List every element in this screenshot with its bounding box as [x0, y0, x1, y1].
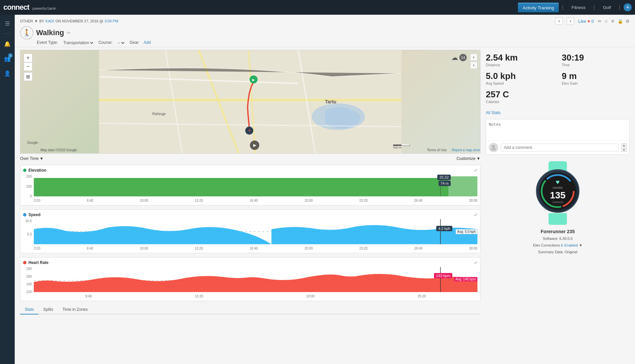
main-wrapper: ☰ 🔔 👥 3 👤 OTHER ▼ BY KADI ON NOVEMBER 27… — [0, 15, 635, 364]
event-type-select[interactable]: Transportation — [62, 40, 94, 46]
elevation-expand-icon[interactable]: ⤢ — [474, 168, 477, 173]
logo-area: connect powered by Garmin — [3, 3, 56, 12]
gear-icon[interactable]: ⚙ — [626, 19, 630, 24]
speed-expand-icon[interactable]: ⤢ — [474, 212, 477, 217]
customize-button[interactable]: Customize ▼ — [456, 156, 480, 161]
tab-stats[interactable]: Stats — [20, 305, 38, 314]
comment-arrow-up[interactable]: ▲ — [621, 143, 627, 147]
over-time-chevron: ▼ — [39, 156, 43, 161]
heartrate-title: Heart Rate — [28, 260, 49, 265]
tab-time-in-zones[interactable]: Time in Zones — [58, 305, 93, 314]
sidebar-users-icon[interactable]: 👥 3 — [1, 53, 13, 65]
elevation-chart-section: Elevation ⤢ 200 100 0 — [20, 165, 480, 205]
google-logo: Google — [27, 141, 38, 145]
share-icon[interactable]: ⚟ — [611, 19, 615, 24]
device-section: ♥ Aerobic 135 GARMIN Forerunner 235 Soft… — [486, 159, 630, 258]
title-edit-icon[interactable]: ✏ — [67, 30, 71, 35]
sidebar-notifications-icon[interactable]: 🔔 — [1, 38, 13, 50]
breadcrumb-arrow: ▼ — [34, 19, 38, 23]
stat-distance-value: 2.54 km — [486, 53, 554, 63]
sidebar-profile-icon[interactable]: 👤 — [1, 67, 13, 79]
device-info: Software: 6.30.0.0 Elev Corrections ℹ: E… — [533, 236, 582, 255]
elevation-title-row: Elevation — [23, 168, 46, 173]
comment-input[interactable] — [501, 144, 619, 152]
svg-text:📍: 📍 — [248, 129, 252, 133]
gear-add-link[interactable]: Add — [144, 40, 151, 46]
tab-activity-tracking[interactable]: Activity Tracking — [518, 3, 559, 12]
heart-icon: ♥ — [587, 19, 590, 24]
breadcrumb-right: ‹ › Like ♥ 0 ✏ ☆ ⚟ 🔒 ⚙ — [555, 17, 630, 25]
stat-avg-speed: 5.0 kph Avg Speed — [486, 71, 554, 85]
watch-aerobic-label: Aerobic — [553, 186, 563, 189]
like-button[interactable]: Like ♥ 0 — [578, 19, 594, 24]
main-content: ▶ 📍 Tartu Rahinge Märja Õssu Haage — [15, 47, 635, 364]
elevation-title: Elevation — [28, 168, 46, 173]
all-stats-link[interactable]: All Stats — [486, 110, 630, 115]
heartrate-chart: 180 160 140 120 — [23, 267, 477, 294]
notes-textarea[interactable] — [486, 119, 629, 140]
lock-icon[interactable]: 🔒 — [618, 19, 623, 24]
sidebar-menu-icon[interactable]: ☰ — [1, 17, 13, 29]
add-nav-button[interactable]: + — [624, 3, 632, 11]
heartrate-dot — [23, 261, 26, 264]
zoom-out-button[interactable]: − — [24, 62, 32, 71]
breadcrumb-user-link[interactable]: KADI — [46, 19, 54, 23]
heartrate-avg-label: Avg: 146 bpm — [454, 277, 477, 281]
speed-dot — [23, 213, 26, 216]
comment-arrow-down[interactable]: ▼ — [621, 148, 627, 152]
tab-golf[interactable]: Golf — [598, 3, 616, 12]
elevation-dot — [23, 169, 26, 172]
comment-row: ▲ ▼ — [486, 141, 629, 154]
elevation-y-labels: 200 100 0 — [23, 175, 33, 198]
prev-activity-button[interactable]: ‹ — [555, 17, 563, 25]
zoom-in-button[interactable]: + — [24, 54, 32, 62]
heartrate-tooltip: 143 bpm — [434, 273, 452, 278]
top-navigation: connect powered by Garmin Activity Track… — [0, 0, 635, 15]
stat-time-value: 30:19 — [562, 53, 630, 63]
stat-elevgain-label: Elev Gain — [562, 81, 630, 85]
tab-dots-1: ⋮ — [560, 4, 565, 11]
device-software: Software: 6.30.0.0 — [533, 236, 582, 242]
stat-calories-value: 257 C — [486, 89, 554, 100]
breadcrumb-time-link[interactable]: 3:59 PM — [104, 19, 118, 23]
speed-avg-label: Avg: 5.0 kph — [456, 229, 477, 234]
watch-heart-icon: ♥ — [556, 178, 560, 186]
bottom-tabs: Stats Splits Time in Zones — [20, 305, 480, 314]
activity-title-row: 🚶 Walking ✏ — [20, 26, 630, 39]
course-select[interactable]: – — [116, 40, 125, 46]
elevation-chart-header: Elevation ⤢ — [23, 168, 477, 173]
watch-garmin-label: GARMIN — [552, 201, 563, 204]
elev-chevron-icon: ▼ — [579, 243, 582, 247]
activity-header: OTHER ▼ BY KADI ON NOVEMBER 27, 2016 @ 3… — [15, 15, 635, 47]
speed-tooltip: 4.2 kph — [436, 226, 452, 231]
elevation-value-tooltip: 74 m — [439, 181, 451, 186]
heartrate-expand-icon[interactable]: ⤢ — [474, 260, 477, 265]
over-time-button[interactable]: Over Time ▼ — [20, 156, 43, 161]
layer-button[interactable]: ⊞ — [24, 72, 32, 81]
tab-splits[interactable]: Splits — [38, 305, 58, 314]
map-container: ▶ 📍 Tartu Rahinge Märja Õssu Haage — [20, 50, 480, 154]
watch-container: ♥ Aerobic 135 GARMIN — [531, 161, 584, 225]
stat-distance: 2.54 km Distance — [486, 53, 554, 67]
stat-distance-label: Distance — [486, 63, 554, 67]
elev-status-link[interactable]: Enabled — [564, 243, 579, 247]
map-weather: ☁ 14 — [451, 54, 467, 62]
left-sidebar: ☰ 🔔 👥 3 👤 — [0, 15, 15, 364]
map-nav-left[interactable]: ‹ — [470, 54, 477, 61]
star-icon[interactable]: ☆ — [604, 19, 608, 24]
speed-y-labels: 10.0 5.0 — [23, 219, 33, 246]
breadcrumb-row: OTHER ▼ BY KADI ON NOVEMBER 27, 2016 @ 3… — [20, 17, 630, 25]
svg-text:Rahinge: Rahinge — [152, 112, 166, 116]
map-nav-right[interactable]: › — [470, 62, 477, 69]
edit-icon[interactable]: ✏ — [598, 19, 602, 24]
weather-cloud-icon: ☁ — [451, 54, 458, 62]
stat-calories: 257 C Calories — [486, 89, 554, 104]
comment-arrows: ▲ ▼ — [621, 143, 627, 152]
tab-dots-3: ⋮ — [617, 4, 622, 11]
tab-fitness[interactable]: Fitness — [567, 3, 590, 12]
activity-title: Walking — [36, 28, 64, 37]
elevation-x-axis: 3:20 6:40 10:00 13:20 16:40 20:00 23:20 … — [34, 199, 477, 202]
next-activity-button[interactable]: › — [567, 17, 574, 25]
svg-rect-14 — [448, 176, 477, 196]
map-report[interactable]: Report a map error — [452, 148, 480, 152]
